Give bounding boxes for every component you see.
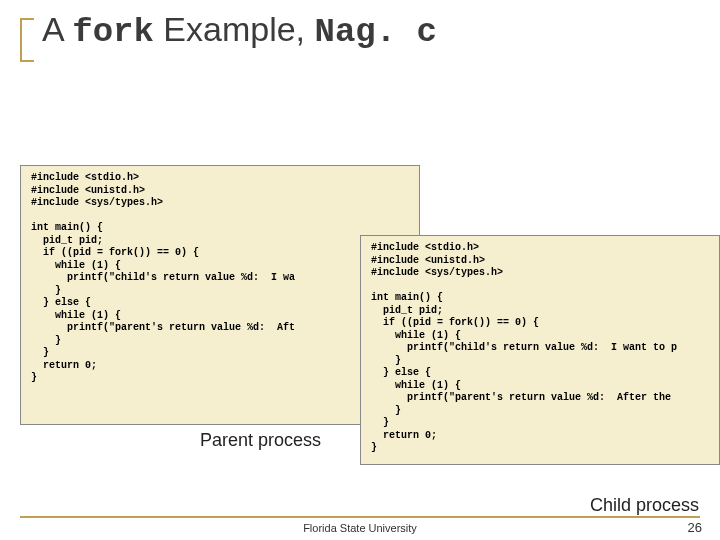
page-number: 26 <box>688 520 702 535</box>
slide: A fork Example, Nag. c #include <stdio.h… <box>0 0 720 540</box>
label-child-process: Child process <box>590 495 699 516</box>
label-parent-process: Parent process <box>200 430 321 451</box>
title-text-1: A <box>42 10 72 48</box>
slide-title: A fork Example, Nag. c <box>42 10 437 51</box>
title-mono-2: Nag. c <box>315 13 437 51</box>
title-text-2: Example, <box>154 10 315 48</box>
footer-text: Florida State University <box>0 522 720 534</box>
right-main: int main() { pid_t pid; if ((pid = fork(… <box>371 292 677 453</box>
left-main: int main() { pid_t pid; if ((pid = fork(… <box>31 222 295 383</box>
left-includes: #include <stdio.h> #include <unistd.h> #… <box>31 172 163 208</box>
code-box-child: #include <stdio.h> #include <unistd.h> #… <box>360 235 720 465</box>
title-mono-1: fork <box>72 13 154 51</box>
right-includes: #include <stdio.h> #include <unistd.h> #… <box>371 242 503 278</box>
title-accent <box>20 18 34 62</box>
footer-rule <box>20 516 700 518</box>
